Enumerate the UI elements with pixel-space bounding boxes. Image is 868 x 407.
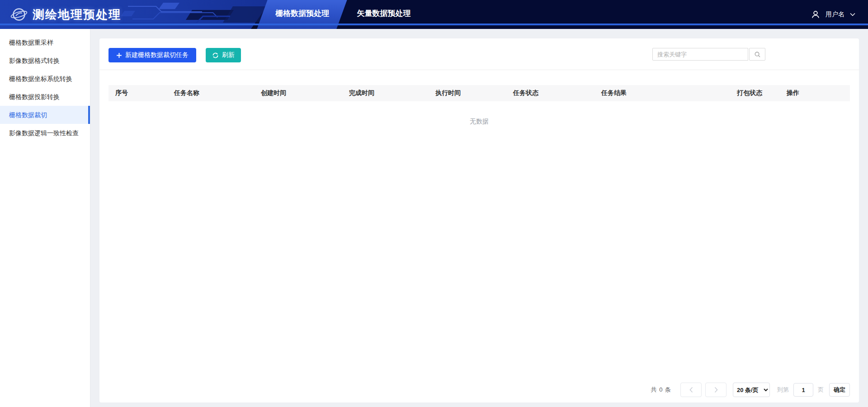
col-任务结果: 任务结果 <box>594 85 730 101</box>
goto-confirm-button[interactable]: 确定 <box>829 383 850 397</box>
plus-icon <box>116 52 122 58</box>
task-table-wrap: 序号 任务名称 创建时间 完成时间 执行时间 任务状态 任务结果 打包状态 操作… <box>108 85 850 141</box>
task-table: 序号 任务名称 创建时间 完成时间 执行时间 任务状态 任务结果 打包状态 操作 <box>108 85 850 101</box>
pagination: 共 0 条 20 条/页 到第 页 确定 <box>651 383 850 397</box>
refresh-button[interactable]: 刷新 <box>206 48 241 62</box>
toolbar: 新建栅格数据裁切任务 刷新 <box>99 38 859 70</box>
goto-page-prefix: 到第 <box>777 386 789 394</box>
sidebar-item-raster-coordsys-convert[interactable]: 栅格数据坐标系统转换 <box>0 70 90 88</box>
col-完成时间: 完成时间 <box>342 85 429 101</box>
sidebar-item-image-format-convert[interactable]: 影像数据格式转换 <box>0 52 90 70</box>
sidebar: 栅格数据重采样 影像数据格式转换 栅格数据坐标系统转换 栅格数据投影转换 栅格数… <box>0 29 90 407</box>
col-序号: 序号 <box>108 85 167 101</box>
col-操作: 操作 <box>780 85 850 101</box>
new-clip-task-label: 新建栅格数据裁切任务 <box>125 51 189 59</box>
app-header: 栅格数据预处理 矢量数据预处理 测绘地理预处理 用户名 <box>0 0 868 29</box>
page-size-select[interactable]: 20 条/页 <box>733 383 770 397</box>
sidebar-item-raster-clip[interactable]: 栅格数据裁切 <box>0 106 90 124</box>
search-button[interactable] <box>749 48 765 61</box>
tab-raster-preprocess-label: 栅格数据预处理 <box>263 0 342 27</box>
table-header-row: 序号 任务名称 创建时间 完成时间 执行时间 任务状态 任务结果 打包状态 操作 <box>108 85 850 101</box>
chevron-left-icon <box>689 387 693 393</box>
content-card: 新建栅格数据裁切任务 刷新 <box>99 38 859 402</box>
new-clip-task-button[interactable]: 新建栅格数据裁切任务 <box>108 48 196 62</box>
empty-state-text: 无数据 <box>108 101 850 141</box>
refresh-label: 刷新 <box>222 51 235 59</box>
app-logo-icon <box>10 5 28 24</box>
col-任务状态: 任务状态 <box>506 85 594 101</box>
search-group <box>652 48 765 61</box>
col-执行时间: 执行时间 <box>429 85 506 101</box>
col-任务名称: 任务名称 <box>167 85 254 101</box>
sidebar-item-raster-projection-convert[interactable]: 栅格数据投影转换 <box>0 88 90 106</box>
next-page-button[interactable] <box>705 383 726 397</box>
tab-vector-preprocess-label: 矢量数据预处理 <box>357 9 411 18</box>
sidebar-item-image-logic-consistency-check[interactable]: 影像数据逻辑一致性检查 <box>0 124 90 142</box>
goto-page-suffix: 页 <box>818 386 824 394</box>
chevron-right-icon <box>714 387 718 393</box>
pagination-total: 共 0 条 <box>651 386 671 394</box>
refresh-icon <box>212 52 219 59</box>
search-icon <box>754 51 761 58</box>
header-accent-line <box>0 24 868 25</box>
search-input[interactable] <box>652 48 748 61</box>
user-icon <box>811 10 820 19</box>
page-title: 测绘地理预处理 <box>33 7 121 23</box>
goto-page-input[interactable] <box>793 383 813 397</box>
chevron-down-icon <box>850 13 855 16</box>
col-创建时间: 创建时间 <box>254 85 342 101</box>
user-name: 用户名 <box>826 10 844 19</box>
col-打包状态: 打包状态 <box>730 85 780 101</box>
prev-page-button[interactable] <box>680 383 702 397</box>
sidebar-item-raster-resample[interactable]: 栅格数据重采样 <box>0 33 90 52</box>
